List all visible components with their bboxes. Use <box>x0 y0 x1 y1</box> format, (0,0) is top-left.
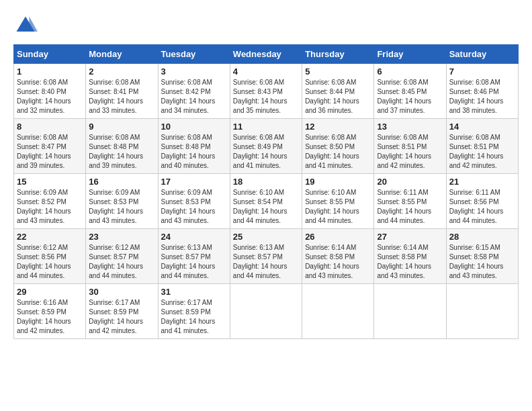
day-info: Sunrise: 6:12 AMSunset: 8:56 PMDaylight:… <box>17 243 83 281</box>
column-header-sunday: Sunday <box>14 45 86 64</box>
day-info: Sunrise: 6:09 AMSunset: 8:53 PMDaylight:… <box>89 188 154 226</box>
day-cell: 1Sunrise: 6:08 AMSunset: 8:40 PMDaylight… <box>14 64 86 119</box>
day-info: Sunrise: 6:08 AMSunset: 8:40 PMDaylight:… <box>17 78 83 116</box>
day-cell: 4Sunrise: 6:08 AMSunset: 8:43 PMDaylight… <box>230 64 302 119</box>
day-info: Sunrise: 6:11 AMSunset: 8:55 PMDaylight:… <box>377 188 443 226</box>
day-number: 24 <box>161 232 227 242</box>
day-info: Sunrise: 6:08 AMSunset: 8:51 PMDaylight:… <box>377 133 443 171</box>
day-cell: 25Sunrise: 6:13 AMSunset: 8:57 PMDayligh… <box>230 229 302 284</box>
day-info: Sunrise: 6:08 AMSunset: 8:49 PMDaylight:… <box>233 133 299 171</box>
day-cell: 5Sunrise: 6:08 AMSunset: 8:44 PMDaylight… <box>302 64 374 119</box>
day-number: 6 <box>377 66 443 77</box>
day-info: Sunrise: 6:08 AMSunset: 8:47 PMDaylight:… <box>17 133 83 171</box>
day-number: 17 <box>161 177 227 187</box>
day-info: Sunrise: 6:08 AMSunset: 8:41 PMDaylight:… <box>89 78 154 116</box>
day-cell: 15Sunrise: 6:09 AMSunset: 8:52 PMDayligh… <box>14 174 86 229</box>
day-cell: 9Sunrise: 6:08 AMSunset: 8:48 PMDaylight… <box>86 119 158 174</box>
day-cell: 26Sunrise: 6:14 AMSunset: 8:58 PMDayligh… <box>302 229 374 284</box>
day-number: 4 <box>233 66 299 77</box>
day-number: 14 <box>449 122 515 132</box>
day-cell: 10Sunrise: 6:08 AMSunset: 8:48 PMDayligh… <box>158 119 230 174</box>
day-cell: 20Sunrise: 6:11 AMSunset: 8:55 PMDayligh… <box>374 174 446 229</box>
day-info: Sunrise: 6:14 AMSunset: 8:58 PMDaylight:… <box>305 243 371 281</box>
day-number: 15 <box>17 177 83 187</box>
day-number: 11 <box>233 122 299 132</box>
day-number: 20 <box>377 177 443 187</box>
column-header-thursday: Thursday <box>302 45 374 64</box>
day-number: 8 <box>17 122 83 132</box>
day-number: 25 <box>233 232 299 242</box>
day-cell <box>230 284 302 339</box>
column-header-saturday: Saturday <box>446 45 518 64</box>
column-header-friday: Friday <box>374 45 446 64</box>
day-info: Sunrise: 6:08 AMSunset: 8:48 PMDaylight:… <box>89 133 154 171</box>
day-info: Sunrise: 6:09 AMSunset: 8:52 PMDaylight:… <box>17 188 83 226</box>
day-cell: 7Sunrise: 6:08 AMSunset: 8:46 PMDaylight… <box>446 64 518 119</box>
day-cell: 27Sunrise: 6:14 AMSunset: 8:58 PMDayligh… <box>374 229 446 284</box>
day-number: 18 <box>233 177 299 187</box>
day-number: 21 <box>449 177 515 187</box>
day-cell <box>374 284 446 339</box>
day-cell: 29Sunrise: 6:16 AMSunset: 8:59 PMDayligh… <box>14 284 86 339</box>
day-number: 12 <box>305 122 371 132</box>
day-cell: 24Sunrise: 6:13 AMSunset: 8:57 PMDayligh… <box>158 229 230 284</box>
day-cell: 8Sunrise: 6:08 AMSunset: 8:47 PMDaylight… <box>14 119 86 174</box>
week-row-3: 15Sunrise: 6:09 AMSunset: 8:52 PMDayligh… <box>14 174 519 229</box>
day-number: 9 <box>89 122 154 132</box>
day-number: 3 <box>161 66 227 77</box>
day-number: 28 <box>449 232 515 242</box>
day-info: Sunrise: 6:10 AMSunset: 8:54 PMDaylight:… <box>233 188 299 226</box>
week-row-5: 29Sunrise: 6:16 AMSunset: 8:59 PMDayligh… <box>14 284 519 339</box>
week-row-1: 1Sunrise: 6:08 AMSunset: 8:40 PMDaylight… <box>14 64 519 119</box>
day-cell: 22Sunrise: 6:12 AMSunset: 8:56 PMDayligh… <box>14 229 86 284</box>
day-cell <box>446 284 518 339</box>
day-number: 16 <box>89 177 154 187</box>
day-cell: 21Sunrise: 6:11 AMSunset: 8:56 PMDayligh… <box>446 174 518 229</box>
day-number: 26 <box>305 232 371 242</box>
day-cell: 3Sunrise: 6:08 AMSunset: 8:42 PMDaylight… <box>158 64 230 119</box>
day-info: Sunrise: 6:10 AMSunset: 8:55 PMDaylight:… <box>305 188 371 226</box>
day-cell: 30Sunrise: 6:17 AMSunset: 8:59 PMDayligh… <box>86 284 158 339</box>
day-number: 7 <box>449 66 515 77</box>
week-row-4: 22Sunrise: 6:12 AMSunset: 8:56 PMDayligh… <box>14 229 519 284</box>
calendar-table: SundayMondayTuesdayWednesdayThursdayFrid… <box>13 44 519 339</box>
day-info: Sunrise: 6:08 AMSunset: 8:51 PMDaylight:… <box>449 133 515 171</box>
day-number: 13 <box>377 122 443 132</box>
day-number: 22 <box>17 232 83 242</box>
day-info: Sunrise: 6:08 AMSunset: 8:48 PMDaylight:… <box>161 133 227 171</box>
day-cell: 6Sunrise: 6:08 AMSunset: 8:45 PMDaylight… <box>374 64 446 119</box>
day-cell: 17Sunrise: 6:09 AMSunset: 8:53 PMDayligh… <box>158 174 230 229</box>
logo-icon <box>13 13 38 38</box>
svg-marker-1 <box>29 17 38 32</box>
column-header-monday: Monday <box>86 45 158 64</box>
header-row: SundayMondayTuesdayWednesdayThursdayFrid… <box>14 45 519 64</box>
day-cell: 11Sunrise: 6:08 AMSunset: 8:49 PMDayligh… <box>230 119 302 174</box>
day-info: Sunrise: 6:08 AMSunset: 8:42 PMDaylight:… <box>161 78 227 116</box>
day-number: 31 <box>161 287 227 297</box>
day-info: Sunrise: 6:12 AMSunset: 8:57 PMDaylight:… <box>89 243 154 281</box>
day-number: 29 <box>17 287 83 297</box>
day-cell: 16Sunrise: 6:09 AMSunset: 8:53 PMDayligh… <box>86 174 158 229</box>
day-cell: 31Sunrise: 6:17 AMSunset: 8:59 PMDayligh… <box>158 284 230 339</box>
day-info: Sunrise: 6:08 AMSunset: 8:45 PMDaylight:… <box>377 78 443 116</box>
day-info: Sunrise: 6:17 AMSunset: 8:59 PMDaylight:… <box>161 298 227 336</box>
day-info: Sunrise: 6:13 AMSunset: 8:57 PMDaylight:… <box>161 243 227 281</box>
day-number: 30 <box>89 287 154 297</box>
day-info: Sunrise: 6:14 AMSunset: 8:58 PMDaylight:… <box>377 243 443 281</box>
column-header-wednesday: Wednesday <box>230 45 302 64</box>
day-cell <box>302 284 374 339</box>
day-info: Sunrise: 6:09 AMSunset: 8:53 PMDaylight:… <box>161 188 227 226</box>
day-cell: 28Sunrise: 6:15 AMSunset: 8:58 PMDayligh… <box>446 229 518 284</box>
day-number: 19 <box>305 177 371 187</box>
day-cell: 2Sunrise: 6:08 AMSunset: 8:41 PMDaylight… <box>86 64 158 119</box>
day-info: Sunrise: 6:08 AMSunset: 8:46 PMDaylight:… <box>449 78 515 116</box>
day-info: Sunrise: 6:13 AMSunset: 8:57 PMDaylight:… <box>233 243 299 281</box>
day-number: 23 <box>89 232 154 242</box>
day-cell: 23Sunrise: 6:12 AMSunset: 8:57 PMDayligh… <box>86 229 158 284</box>
column-header-tuesday: Tuesday <box>158 45 230 64</box>
day-cell: 12Sunrise: 6:08 AMSunset: 8:50 PMDayligh… <box>302 119 374 174</box>
day-cell: 19Sunrise: 6:10 AMSunset: 8:55 PMDayligh… <box>302 174 374 229</box>
day-number: 1 <box>17 66 83 77</box>
day-info: Sunrise: 6:17 AMSunset: 8:59 PMDaylight:… <box>89 298 154 336</box>
day-cell: 14Sunrise: 6:08 AMSunset: 8:51 PMDayligh… <box>446 119 518 174</box>
